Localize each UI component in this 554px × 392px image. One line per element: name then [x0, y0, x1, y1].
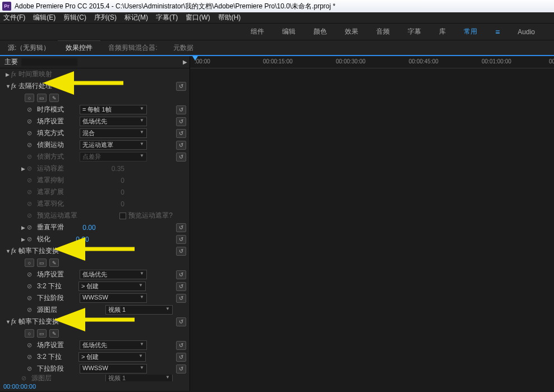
collapse-icon[interactable]: ▼	[6, 84, 11, 89]
workspace-组件[interactable]: 组件	[251, 27, 264, 36]
workspace-编辑[interactable]: 编辑	[282, 27, 296, 36]
menu-文件(F)[interactable]: 文件(F)	[3, 13, 25, 22]
stopwatch-icon[interactable]: ⊘	[27, 212, 34, 219]
dropdown-下拉阶段[interactable]: WWSSW	[80, 293, 147, 303]
stopwatch-icon[interactable]: ⊘	[27, 271, 34, 278]
reset-button[interactable]: ↺	[176, 153, 186, 162]
tab-source[interactable]: 源:（无剪辑）	[0, 40, 58, 55]
param-2-3: ⊘源图层视频 1	[0, 375, 190, 381]
ellipse-mask-icon[interactable]: ○	[25, 259, 34, 267]
expand-icon[interactable]: ▶	[21, 237, 27, 242]
reset-button[interactable]: ↺	[176, 270, 186, 279]
stopwatch-icon[interactable]: ⊘	[27, 153, 34, 160]
dropdown-侦测方式[interactable]: 点差异	[80, 152, 147, 162]
pen-mask-icon[interactable]: ✎	[49, 259, 59, 267]
rect-mask-icon[interactable]: ▭	[37, 259, 47, 267]
reset-button[interactable]: ↺	[176, 129, 186, 138]
value-遮罩羽化[interactable]: 0	[121, 200, 124, 208]
expand-icon[interactable]: ▶	[6, 72, 11, 77]
row-time-remap: ▶fx时间重映射	[0, 68, 190, 80]
pen-mask-icon[interactable]: ✎	[49, 94, 59, 102]
dropdown-3:2 下拉[interactable]: > 创建	[79, 282, 146, 291]
dropdown-源图层[interactable]: 视频 1	[105, 305, 173, 315]
tab-effect-controls[interactable]: 效果控件	[58, 40, 100, 55]
time-ruler[interactable]: :00:0000:00:15:0000:00:30:0000:00:45:000…	[190, 56, 554, 68]
menu-帮助(H)[interactable]: 帮助(H)	[218, 13, 241, 22]
stopwatch-icon[interactable]: ⊘	[27, 118, 34, 125]
expand-icon[interactable]: ▶	[21, 166, 27, 172]
stopwatch-icon[interactable]: ⊘	[27, 141, 34, 149]
stopwatch-icon[interactable]: ⊘	[27, 106, 34, 113]
menu-剪辑(C)[interactable]: 剪辑(C)	[63, 13, 86, 22]
stopwatch-icon[interactable]: ⊘	[27, 200, 34, 207]
menu-序列(S)[interactable]: 序列(S)	[94, 13, 117, 22]
reset-button[interactable]: ↺	[176, 353, 186, 362]
stopwatch-icon[interactable]: ⊘	[27, 353, 34, 361]
reset-button[interactable]: ↺	[176, 223, 186, 232]
expand-icon[interactable]: ▶	[21, 225, 27, 230]
collapse-icon[interactable]: ▼	[6, 248, 11, 254]
reset-button[interactable]: ↺	[176, 235, 186, 244]
rect-mask-icon[interactable]: ▭	[37, 329, 47, 338]
reset-button[interactable]: ↺	[176, 105, 186, 114]
value-遮罩扩展[interactable]: 0	[121, 188, 124, 196]
param-2-0: ⊘场序设置低场优先↺	[0, 339, 190, 351]
workspace-效果[interactable]: 效果	[345, 27, 358, 36]
stopwatch-icon[interactable]: ⊘	[27, 294, 34, 302]
reset-button[interactable]: ↺	[176, 82, 186, 91]
ellipse-mask-icon[interactable]: ○	[25, 94, 34, 102]
workspace-库[interactable]: 库	[439, 27, 446, 36]
reset-button[interactable]: ↺	[176, 141, 186, 150]
play-icon[interactable]: ▶	[183, 59, 187, 65]
stopwatch-icon[interactable]: ⊘	[27, 342, 34, 349]
stopwatch-icon[interactable]: ⊘	[27, 306, 34, 313]
dropdown-场序设置[interactable]: 低场优先	[80, 117, 147, 126]
tab-audio-mixer[interactable]: 音频剪辑混合器:	[100, 40, 165, 55]
reset-button[interactable]: ↺	[176, 282, 186, 291]
ellipse-mask-icon[interactable]: ○	[25, 329, 34, 338]
reset-button[interactable]: ↺	[176, 247, 186, 256]
reset-button[interactable]: ↺	[176, 341, 186, 350]
reset-button[interactable]: ↺	[176, 294, 186, 303]
workspace-常用[interactable]: 常用	[464, 27, 477, 36]
stopwatch-icon[interactable]: ⊘	[27, 130, 34, 137]
timeline-body[interactable]	[190, 68, 554, 391]
menu-窗口(W)[interactable]: 窗口(W)	[186, 13, 210, 22]
stopwatch-icon[interactable]: ⊘	[27, 177, 34, 184]
menu-编辑(E)[interactable]: 编辑(E)	[33, 13, 56, 22]
value-锐化[interactable]: 0.00	[76, 236, 89, 243]
dropdown-下拉阶段[interactable]: WWSSW	[80, 364, 147, 373]
collapse-icon[interactable]: ▼	[6, 319, 11, 325]
rect-mask-icon[interactable]: ▭	[37, 94, 47, 102]
param-2-1: ⊘3:2 下拉> 创建↺	[0, 351, 190, 363]
stopwatch-icon[interactable]: ⊘	[27, 224, 34, 231]
reset-button[interactable]: ↺	[176, 365, 186, 373]
workspace-≡[interactable]: ≡	[495, 27, 500, 36]
reset-button[interactable]: ↺	[176, 117, 186, 126]
stopwatch-icon[interactable]: ⊘	[27, 165, 34, 172]
checkbox-预览运动遮罩[interactable]: 预览运动遮罩?	[119, 211, 173, 220]
value-垂直平滑[interactable]: 0.00	[82, 224, 95, 232]
workspace-Audio[interactable]: Audio	[518, 28, 535, 36]
workspace-颜色[interactable]: 颜色	[313, 27, 327, 36]
workspace-字幕[interactable]: 字幕	[408, 27, 421, 36]
dropdown-侦测运动[interactable]: 无运动遮罩	[80, 140, 147, 150]
dropdown-3:2 下拉[interactable]: > 创建	[79, 352, 146, 362]
stopwatch-icon[interactable]: ⊘	[27, 188, 34, 196]
dropdown-时序模式[interactable]: = 每帧 1帧	[80, 105, 147, 114]
tab-metadata[interactable]: 元数据	[165, 40, 201, 55]
dropdown-场序设置[interactable]: 低场优先	[80, 340, 147, 350]
workspace-音频[interactable]: 音频	[376, 27, 390, 36]
menu-字幕(T)[interactable]: 字幕(T)	[156, 13, 178, 22]
stopwatch-icon[interactable]: ⊘	[27, 283, 34, 290]
value-运动容差[interactable]: 0.35	[112, 165, 124, 173]
stopwatch-icon[interactable]: ⊘	[27, 365, 34, 372]
value-遮罩抑制[interactable]: 0	[121, 177, 124, 185]
pen-mask-icon[interactable]: ✎	[49, 329, 59, 338]
menu-标记(M)[interactable]: 标记(M)	[124, 13, 148, 22]
dropdown-填充方式[interactable]: 混合	[80, 128, 147, 138]
reset-button[interactable]: ↺	[176, 317, 186, 326]
timecode[interactable]: 00:00:00:00	[3, 383, 36, 390]
stopwatch-icon[interactable]: ⊘	[27, 236, 34, 243]
dropdown-场序设置[interactable]: 低场优先	[80, 270, 147, 279]
